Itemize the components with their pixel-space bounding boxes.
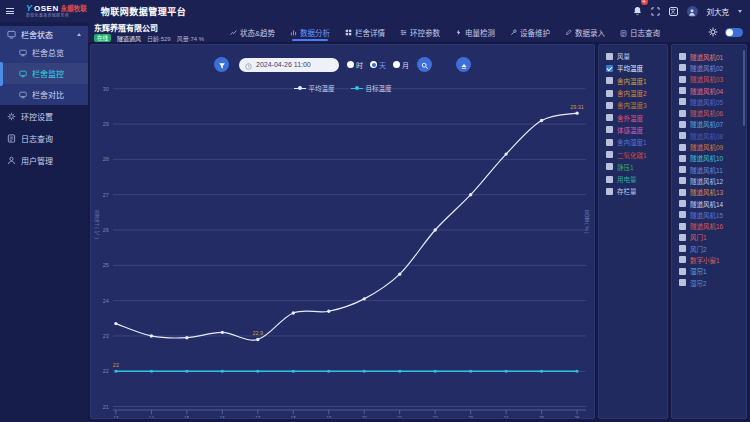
checkbox-item-风门2[interactable]: 风门2 xyxy=(679,243,746,254)
checkbox[interactable] xyxy=(606,53,613,60)
checkbox[interactable] xyxy=(679,121,686,128)
sidebar-group-pen-status[interactable]: 栏舍状态 xyxy=(0,26,88,42)
checkbox[interactable] xyxy=(606,139,613,146)
legend-item-0[interactable]: 平均温度 xyxy=(294,83,335,93)
sidebar-group-2[interactable]: 日志查询 xyxy=(0,127,88,149)
sidebar-item-2[interactable]: 栏舍对比 xyxy=(0,84,88,105)
language-icon[interactable]: 文 xyxy=(669,7,678,16)
checkbox[interactable] xyxy=(679,268,686,275)
checkbox-item-存栏量[interactable]: 存栏量 xyxy=(606,185,667,197)
checkbox[interactable] xyxy=(679,166,686,173)
menu-icon[interactable] xyxy=(0,0,20,22)
bell-icon[interactable]: 4 xyxy=(633,2,642,20)
scroll-top-button[interactable] xyxy=(456,57,471,72)
checkbox-item-数字小窗1[interactable]: 数字小窗1 xyxy=(679,254,746,265)
checkbox-item-二氧化碳1[interactable]: 二氧化碳1 xyxy=(606,148,667,160)
period-radio-2[interactable]: 月 xyxy=(393,60,409,70)
checkbox[interactable] xyxy=(679,76,686,83)
checkbox[interactable] xyxy=(679,64,686,71)
chevron-down-icon[interactable] xyxy=(738,10,742,13)
search-button[interactable] xyxy=(417,57,432,72)
checkbox[interactable] xyxy=(606,114,613,121)
checkbox[interactable] xyxy=(679,155,686,162)
sidebar-item-0[interactable]: 栏舍总览 xyxy=(0,42,88,63)
tab-3[interactable]: 环控参数 xyxy=(400,22,440,42)
gear-icon[interactable] xyxy=(708,23,718,41)
checkbox-item-风量[interactable]: 风量 xyxy=(606,50,667,62)
sidebar-item-1[interactable]: 栏舍监控 xyxy=(0,63,88,84)
checkbox[interactable] xyxy=(606,188,613,195)
avatar[interactable] xyxy=(687,6,698,17)
tab-7[interactable]: 日志查询 xyxy=(620,22,660,42)
checkbox-item-湿帘2[interactable]: 湿帘2 xyxy=(679,277,746,288)
checkbox[interactable] xyxy=(679,177,686,184)
checkbox[interactable] xyxy=(606,126,613,133)
checkbox[interactable] xyxy=(679,110,686,117)
checkbox-item-隧道风机15[interactable]: 隧道风机15 xyxy=(679,209,746,220)
checkbox[interactable] xyxy=(679,144,686,151)
checkbox[interactable] xyxy=(679,200,686,207)
checkbox-item-风门1[interactable]: 风门1 xyxy=(679,232,746,243)
checkbox[interactable] xyxy=(606,151,613,158)
tab-4[interactable]: 电量检测 xyxy=(455,22,495,42)
checkbox[interactable] xyxy=(606,102,613,109)
checkbox-item-隧道风机13[interactable]: 隧道风机13 xyxy=(679,187,746,198)
checkbox[interactable] xyxy=(679,189,686,196)
date-picker[interactable]: 2024-04-26 11:00 xyxy=(239,58,339,72)
checkbox-item-湿帘1[interactable]: 湿帘1 xyxy=(679,266,746,277)
checkbox-item-隧道风机09[interactable]: 隧道风机09 xyxy=(679,141,746,152)
checkbox[interactable] xyxy=(606,163,613,170)
checkbox-item-隧道风机02[interactable]: 隧道风机02 xyxy=(679,62,746,73)
checkbox[interactable] xyxy=(606,77,613,84)
checkbox-item-隧道风机10[interactable]: 隧道风机10 xyxy=(679,153,746,164)
legend-item-1[interactable]: 目标温度 xyxy=(351,83,392,93)
checkbox-item-隧道风机12[interactable]: 隧道风机12 xyxy=(679,175,746,186)
checkbox[interactable] xyxy=(606,65,613,72)
checkbox-item-隧道风机01[interactable]: 隧道风机01 xyxy=(679,51,746,62)
tab-0[interactable]: 状态&趋势 xyxy=(230,22,275,42)
checkbox-item-平均温度[interactable]: 平均温度 xyxy=(606,62,667,74)
checkbox-item-隧道风机08[interactable]: 隧道风机08 xyxy=(679,130,746,141)
checkbox-item-隧道风机06[interactable]: 隧道风机06 xyxy=(679,107,746,118)
username[interactable]: 刘大克 xyxy=(707,6,730,17)
period-radio-1[interactable]: 天 xyxy=(370,60,386,70)
checkbox-item-隧道风机03[interactable]: 隧道风机03 xyxy=(679,74,746,85)
checkbox-item-隧道风机11[interactable]: 隧道风机11 xyxy=(679,164,746,175)
checkbox-item-隧道风机14[interactable]: 隧道风机14 xyxy=(679,198,746,209)
tab-5[interactable]: 设备维护 xyxy=(510,22,550,42)
checkbox-item-舍外温度[interactable]: 舍外温度 xyxy=(606,111,667,123)
tab-1[interactable]: 数据分析 xyxy=(290,22,330,42)
scrollbar-thumb[interactable] xyxy=(743,50,745,126)
checkbox-item-隧道风机16[interactable]: 隧道风机16 xyxy=(679,220,746,231)
checkbox[interactable] xyxy=(679,132,686,139)
checkbox[interactable] xyxy=(679,234,686,241)
checkbox[interactable] xyxy=(679,211,686,218)
view-toggle[interactable] xyxy=(725,28,743,37)
filter-button[interactable] xyxy=(214,57,229,72)
checkbox[interactable] xyxy=(679,98,686,105)
checkbox[interactable] xyxy=(679,223,686,230)
tab-6[interactable]: 数据录入 xyxy=(565,22,605,42)
checkbox-item-舍内湿度1[interactable]: 舍内湿度1 xyxy=(606,136,667,148)
checkbox[interactable] xyxy=(679,245,686,252)
period-radio-0[interactable]: 时 xyxy=(347,60,363,70)
checkbox-item-舍内温度2[interactable]: 舍内温度2 xyxy=(606,87,667,99)
checkbox-item-隧道风机05[interactable]: 隧道风机05 xyxy=(679,96,746,107)
sidebar-group-1[interactable]: 环控设置 xyxy=(0,105,88,127)
checkbox[interactable] xyxy=(679,53,686,60)
checkbox[interactable] xyxy=(679,279,686,286)
checkbox[interactable] xyxy=(679,87,686,94)
checkbox[interactable] xyxy=(606,90,613,97)
sidebar-group-3[interactable]: 用户管理 xyxy=(0,149,88,171)
fullscreen-icon[interactable] xyxy=(651,2,660,20)
checkbox[interactable] xyxy=(679,256,686,263)
checkbox-item-舍内温度1[interactable]: 舍内温度1 xyxy=(606,75,667,87)
checkbox-item-舍内温度3[interactable]: 舍内温度3 xyxy=(606,99,667,111)
tab-2[interactable]: 栏舍详情 xyxy=(345,22,385,42)
checkbox[interactable] xyxy=(606,176,613,183)
checkbox-item-体感温度[interactable]: 体感温度 xyxy=(606,124,667,136)
checkbox-item-静压1[interactable]: 静压1 xyxy=(606,161,667,173)
checkbox-item-隧道风机07[interactable]: 隧道风机07 xyxy=(679,119,746,130)
checkbox-item-隧道风机04[interactable]: 隧道风机04 xyxy=(679,85,746,96)
checkbox-item-用电量[interactable]: 用电量 xyxy=(606,173,667,185)
